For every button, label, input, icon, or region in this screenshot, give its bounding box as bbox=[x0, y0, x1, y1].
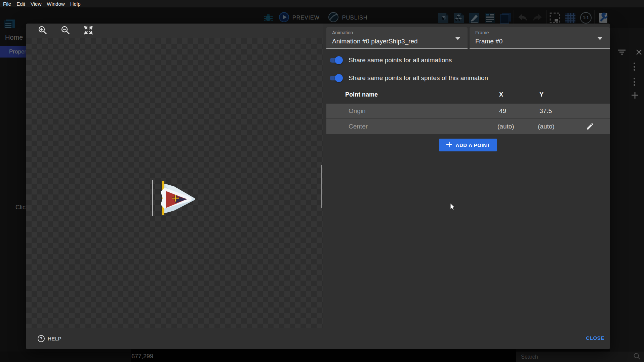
column-point-name: Point name bbox=[345, 91, 378, 98]
fit-to-screen-icon[interactable] bbox=[84, 26, 93, 36]
dialog-footer: ? HELP CLOSE bbox=[26, 328, 610, 349]
frame-select-label: Frame bbox=[475, 30, 489, 35]
points-table-header: Point name X Y bbox=[326, 91, 610, 103]
help-label: HELP bbox=[48, 336, 62, 341]
point-x-field[interactable]: 49 bbox=[499, 107, 523, 116]
frame-select[interactable]: Frame Frame #0 bbox=[470, 27, 610, 49]
point-x-value: (auto) bbox=[497, 123, 522, 130]
add-a-point-label: ADD A POINT bbox=[456, 142, 490, 148]
point-name: Center bbox=[349, 123, 368, 130]
menu-view[interactable]: View bbox=[31, 1, 41, 7]
chevron-down-icon bbox=[455, 37, 460, 40]
points-panel: Animation Animation #0 playerShip3_red F… bbox=[323, 24, 610, 328]
point-row-center: Center (auto) (auto) bbox=[326, 119, 610, 134]
help-icon: ? bbox=[38, 335, 45, 342]
edit-point-icon[interactable] bbox=[586, 122, 594, 132]
toggle-switch-icon[interactable] bbox=[329, 74, 343, 82]
mouse-cursor bbox=[450, 203, 455, 212]
canvas-toolbar bbox=[26, 24, 323, 38]
chevron-down-icon bbox=[598, 37, 602, 40]
point-row-origin: Origin 49 37.5 bbox=[326, 104, 610, 119]
zoom-in-icon[interactable] bbox=[38, 26, 47, 36]
sprite-image bbox=[153, 180, 198, 216]
canvas-scrollbar-thumb[interactable] bbox=[321, 165, 322, 208]
sprite-preview-canvas[interactable] bbox=[26, 38, 323, 328]
point-name: Origin bbox=[349, 107, 366, 115]
zoom-out-icon[interactable] bbox=[61, 26, 70, 36]
share-points-all-sprites-toggle[interactable]: Share same points for all sprites of thi… bbox=[329, 74, 488, 82]
toggle-label: Share same points for all animations bbox=[349, 57, 452, 64]
add-a-point-button[interactable]: ADD A POINT bbox=[439, 139, 497, 151]
toggle-label: Share same points for all sprites of thi… bbox=[349, 74, 488, 82]
frame-select-value: Frame #0 bbox=[475, 38, 502, 45]
plus-icon bbox=[446, 141, 452, 149]
toggle-switch-icon[interactable] bbox=[329, 56, 343, 65]
sprite-selection-box bbox=[152, 180, 198, 216]
column-y: Y bbox=[539, 91, 544, 98]
close-button[interactable]: CLOSE bbox=[586, 335, 604, 341]
share-points-all-animations-toggle[interactable]: Share same points for all animations bbox=[329, 56, 452, 65]
animation-select[interactable]: Animation Animation #0 playerShip3_red bbox=[326, 27, 468, 49]
point-y-value: (auto) bbox=[538, 123, 562, 130]
edit-points-dialog: Animation Animation #0 playerShip3_red F… bbox=[26, 24, 610, 349]
menu-help[interactable]: Help bbox=[70, 1, 81, 7]
menu-window[interactable]: Window bbox=[47, 1, 65, 7]
point-y-field[interactable]: 37.5 bbox=[539, 107, 564, 116]
menu-file[interactable]: File bbox=[3, 1, 11, 7]
column-x: X bbox=[499, 91, 503, 98]
menu-edit[interactable]: Edit bbox=[16, 1, 25, 7]
help-button[interactable]: ? HELP bbox=[38, 335, 62, 342]
menu-bar: File Edit View Window Help bbox=[0, 0, 644, 7]
animation-select-label: Animation bbox=[332, 30, 353, 35]
animation-select-value: Animation #0 playerShip3_red bbox=[332, 38, 418, 45]
